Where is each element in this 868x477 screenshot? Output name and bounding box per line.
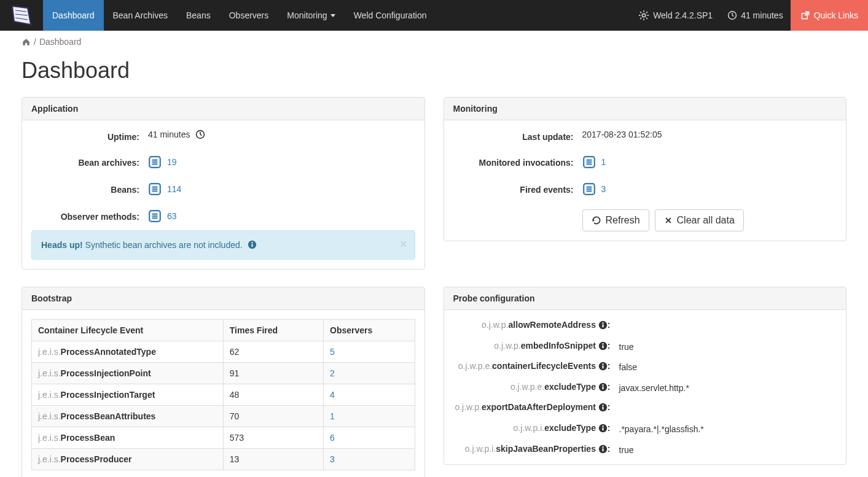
mon-last-update-value: 2017-08-23 01:52:05 <box>582 130 837 139</box>
nav-dashboard[interactable]: Dashboard <box>43 0 104 31</box>
refresh-button[interactable]: Refresh <box>582 209 649 231</box>
info-icon <box>598 382 608 392</box>
navbar: Dashboard Bean Archives Beans Observers … <box>0 0 868 31</box>
panel-heading-probe-config: Probe configuration <box>444 287 846 310</box>
breadcrumb: / Dashboard <box>22 37 846 47</box>
panel-monitoring: Monitoring Last update: 2017-08-23 01:52… <box>444 97 847 241</box>
nav-bean-archives[interactable]: Bean Archives <box>104 0 178 31</box>
app-uptime-label: Uptime: <box>31 130 148 142</box>
app-bean-archives-label: Bean archives: <box>31 155 148 168</box>
lifecycle-event: j.e.i.s.ProcessAnnotatedType <box>32 341 224 363</box>
clear-all-data-button[interactable]: Clear all data <box>655 209 744 231</box>
panel-heading-bootstrap: Bootstrap <box>22 287 424 310</box>
lifecycle-observers-link[interactable]: 5 <box>330 347 335 357</box>
lifecycle-event: j.e.i.s.ProcessInjectionTarget <box>32 384 224 406</box>
mon-fired-events-link[interactable]: 3 <box>601 184 606 194</box>
nav-beans[interactable]: Beans <box>177 0 220 31</box>
table-row: j.e.i.s.ProcessAnnotatedType625 <box>32 341 415 363</box>
lifecycle-observers-link[interactable]: 6 <box>330 433 335 443</box>
info-icon <box>598 341 608 351</box>
mon-invocations-link[interactable]: 1 <box>601 157 606 167</box>
panel-application: Application Uptime: 41 minutes Bean arch… <box>22 97 425 270</box>
list-icon <box>582 182 596 196</box>
probe-config-value: false <box>619 360 837 372</box>
caret-down-icon <box>330 13 335 18</box>
nav-version: Weld 2.4.2.SP1 <box>631 10 720 21</box>
app-beans-link[interactable]: 114 <box>167 184 181 194</box>
app-bean-archives-link[interactable]: 19 <box>167 157 177 167</box>
lifecycle-times: 13 <box>223 449 323 470</box>
panel-heading-application: Application <box>22 98 424 120</box>
info-icon <box>248 240 257 249</box>
lifecycle-times: 91 <box>223 363 323 384</box>
panel-bootstrap: Bootstrap Container Lifecycle Event Time… <box>22 287 425 477</box>
probe-config-value: true <box>619 340 837 352</box>
app-uptime-value: 41 minutes <box>148 130 415 139</box>
lifecycle-event: j.e.i.s.ProcessInjectionPoint <box>32 363 224 384</box>
svg-rect-31 <box>251 244 252 247</box>
lifecycle-observers-link[interactable]: 1 <box>330 411 335 421</box>
probe-config-key: o.j.w.p.e.excludeType : <box>453 381 619 394</box>
probe-config-value: javax.servlet.http.* <box>619 381 837 393</box>
svg-marker-24 <box>12 6 31 25</box>
probe-config-key: o.j.w.p.i.skipJavaBeanProperties : <box>453 443 619 456</box>
svg-point-30 <box>251 242 252 243</box>
refresh-icon <box>592 215 601 225</box>
list-icon <box>148 155 162 169</box>
probe-config-key: o.j.w.p.e.containerLifecycleEvents : <box>453 360 619 373</box>
list-icon <box>148 209 162 223</box>
nav-observers[interactable]: Observers <box>220 0 278 31</box>
breadcrumb-current: Dashboard <box>39 37 82 47</box>
bootstrap-col-observers: Observers <box>324 320 415 341</box>
mon-invocations-label: Monitored invocations: <box>453 155 582 168</box>
list-icon <box>148 182 162 196</box>
close-icon[interactable]: × <box>400 237 407 251</box>
table-row: j.e.i.s.ProcessInjectionPoint912 <box>32 363 415 384</box>
probe-config-key: o.j.w.p.embedInfoSnippet : <box>453 340 619 352</box>
lifecycle-times: 573 <box>223 427 323 449</box>
list-icon <box>582 155 596 169</box>
home-icon[interactable] <box>22 37 31 47</box>
app-observer-methods-link[interactable]: 63 <box>167 211 177 221</box>
gear-icon <box>638 10 649 21</box>
probe-config-key: o.j.w.p.allowRemoteAddress : <box>453 319 619 332</box>
app-beans-label: Beans: <box>31 182 148 195</box>
nav-weld-configuration[interactable]: Weld Configuration <box>345 0 436 31</box>
lifecycle-observers-link[interactable]: 4 <box>330 390 335 400</box>
probe-config-key: o.j.w.p.exportDataAfterDeployment : <box>453 401 619 414</box>
app-alert: Heads up! Synthetic bean archives are no… <box>31 230 415 260</box>
probe-config-value <box>619 401 837 403</box>
remove-icon <box>664 216 673 225</box>
nav-monitoring[interactable]: Monitoring <box>278 0 344 31</box>
quick-links-button[interactable]: Quick Links <box>791 0 868 31</box>
probe-config-value <box>619 319 837 321</box>
probe-config-value: true <box>619 443 837 455</box>
page-title: Dashboard <box>22 58 846 83</box>
mon-last-update-label: Last update: <box>453 130 582 142</box>
bootstrap-table: Container Lifecycle Event Times Fired Ob… <box>31 319 415 470</box>
info-icon <box>598 444 608 454</box>
table-row: j.e.i.s.ProcessInjectionTarget484 <box>32 384 415 406</box>
bootstrap-col-event: Container Lifecycle Event <box>32 320 224 341</box>
lifecycle-observers-link[interactable]: 2 <box>330 368 335 378</box>
svg-marker-28 <box>330 14 335 17</box>
probe-config-value: .*payara.*|.*glassfish.* <box>619 422 837 434</box>
nav-uptime: 41 minutes <box>720 10 790 20</box>
brand-logo[interactable] <box>0 0 43 31</box>
lifecycle-event: j.e.i.s.ProcessProducer <box>32 449 224 470</box>
bootstrap-col-times: Times Fired <box>223 320 323 341</box>
lifecycle-event: j.e.i.s.ProcessBeanAttributes <box>32 406 224 427</box>
panel-heading-monitoring: Monitoring <box>444 98 846 120</box>
clock-icon <box>727 10 737 20</box>
table-row: j.e.i.s.ProcessBean5736 <box>32 427 415 449</box>
lifecycle-times: 62 <box>223 341 323 363</box>
external-link-icon <box>800 10 810 20</box>
lifecycle-observers-link[interactable]: 3 <box>330 454 335 464</box>
info-icon <box>598 320 608 330</box>
lifecycle-event: j.e.i.s.ProcessBean <box>32 427 224 449</box>
probe-config-key: o.j.w.p.i.excludeType : <box>453 422 619 435</box>
info-icon <box>598 362 608 371</box>
lifecycle-times: 48 <box>223 384 323 406</box>
info-icon <box>598 403 608 412</box>
panel-probe-config: Probe configuration o.j.w.p.allowRemoteA… <box>444 287 847 465</box>
